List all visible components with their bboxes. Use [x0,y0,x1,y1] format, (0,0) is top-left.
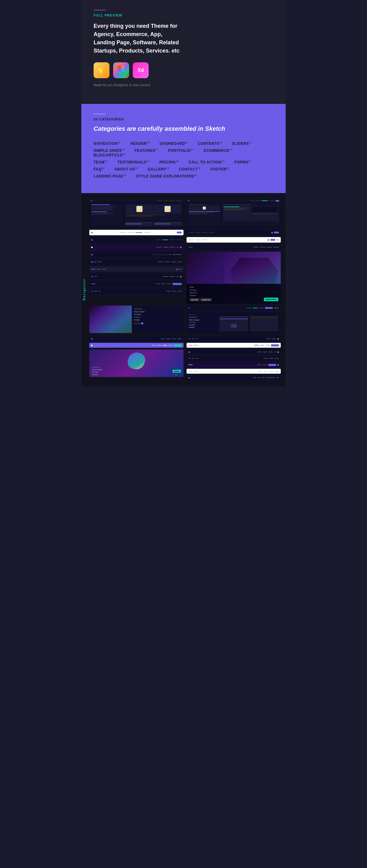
price-accent-2 [154,224,171,224]
cat-forms[interactable]: FORMS21 [234,160,251,164]
n6r1-l2 [259,308,264,308]
menu-item-contacts: Contacts [190,289,278,291]
cat-contents[interactable]: CONTENTS22 [198,141,222,146]
cat-blog-article[interactable]: BLOG/ARTICLE18 [93,153,126,157]
cat-faq[interactable]: FAQ06 [93,167,105,172]
en-menu-panel: Introducing Help & Support The Team Cont… [132,306,184,333]
navlast-b4-white [187,369,281,374]
cat-testimonials[interactable]: TESTIMONIALS24 [117,160,149,164]
n6r-col3-l3 [250,319,278,319]
cat-team[interactable]: TEAM25 [93,160,108,164]
cat-row-5: LANDING PAGE20 STYLE GUIDE EXPLORATIONS0… [93,174,274,179]
cat-dashboard[interactable]: DASHBOARD24 [160,141,188,146]
cat-portfolio[interactable]: PORTFOLIO17 [168,148,194,153]
cat-pricing[interactable]: PRICING20 [159,160,178,164]
price-line-2 [154,222,182,223]
nav-bar-violet-4 [89,244,184,250]
nav-row-3 [89,237,281,243]
cat-gallery[interactable]: GALLERY13 [148,167,169,172]
cr-team: The Team [92,371,102,373]
cat-sliders[interactable]: SLIDERS17 [232,141,252,146]
cat-navigation[interactable]: NAVIGATION32 [93,141,120,146]
nb5f-l4 [172,291,176,291]
made-for-label: Made for pro designers & new comers [93,83,274,87]
nav7l-b1 [89,336,184,341]
line3 [169,200,175,201]
cat-row-4: FAQ06 ABOUT US10 GALLERY13 CONTACT20 FOO… [93,167,274,172]
n6r-team: The Team [189,321,218,323]
sidebar-line-3 [91,207,113,208]
en-portfolio: Protfolio [134,319,181,321]
n7l2-l4 [168,345,172,346]
nb-l4 [143,232,150,233]
cr-dot-2 [173,374,175,375]
n7r2-l1 [189,345,193,346]
prod-line-2 [126,216,153,216]
r2b-line-2 [241,205,251,205]
navlast-b3-violet [187,362,281,367]
r2-img [203,207,206,210]
n7l1-l2 [166,339,171,339]
nb5d-l5 [176,276,179,277]
en-nav-arrows: ‹ › ▶ [134,322,181,324]
nb3w-l3 [202,240,207,240]
categories-title: Categories are carefully assembled in Sk… [93,125,274,133]
n7r1-l1 [189,339,191,339]
nb3-dot [91,239,93,241]
nl4-l5 [269,371,274,372]
crystal-panel: Introducing Help & Support The Team Cont… [89,349,184,377]
cat-footer[interactable]: FOOTER31 [210,167,230,172]
en-introducing: Introducing [134,308,181,310]
expanded-nav-panel: Introducing Help & Support The Team Cont… [89,306,184,333]
nb5e-btn [172,283,182,285]
nl4-l2 [194,371,198,372]
r2-line-3 [189,214,207,214]
discovery-btn[interactable]: DISCOVERY [264,298,278,301]
nav6r-intro-panel: Introducing Help & Support The Team Cont… [187,312,281,334]
nl4-l1 [189,371,193,372]
cat-simple-grids[interactable]: SIMPLE GRIDS14 [93,148,125,153]
nb5e-l3 [162,283,166,284]
line2 [164,200,168,201]
cat-ecommerce[interactable]: ECOMMERCE19 [204,148,232,153]
cat-about-us[interactable]: ABOUT US10 [114,167,138,172]
xd-icon: Xd [133,62,149,78]
svg-rect-10 [117,71,121,75]
nb5f-l5 [177,291,182,291]
nb4-l1 [156,247,162,247]
explore-label[interactable]: Explore [172,370,181,373]
nl1-l1 [257,352,261,352]
nl1-avatar [277,351,279,353]
nl1-dot [189,351,190,353]
n6r-col2-l1 [219,316,248,317]
arrow-prev[interactable]: ‹ [134,322,137,324]
cat-landing-page[interactable]: LANDING PAGE20 [93,174,126,179]
nl5-l1 [253,377,256,378]
nl2-l6 [275,358,279,359]
sidebar-line-6 [91,213,113,213]
nb5c-l3 [102,269,107,270]
nav-row-7 [89,336,281,348]
nb5e-l1 [91,283,95,284]
cat-style-guide[interactable]: STYLE GUIDE EXPLORATIONS03 [136,174,197,179]
cat-contact[interactable]: CONTACT20 [179,167,201,172]
r2b-l3 [224,210,242,210]
nl3-l2 [257,365,261,365]
cat-header[interactable]: HEADER43 [130,141,150,146]
prod-line-1 [126,215,165,215]
arrow-next[interactable]: › [138,322,140,324]
nb2-btn [274,231,279,234]
r2b-l1 [224,208,250,208]
navlast-b2 [187,356,281,361]
cr-dot-1 [171,374,172,375]
cat-call-to-action[interactable]: CALL TO ACTION24 [189,160,224,164]
sidebar-line-1 [91,205,110,205]
n6r-top-line [189,314,195,315]
arrow-play[interactable]: ▶ [141,322,143,324]
cat-features[interactable]: FEATURES41 [135,148,159,153]
n7r1-l2 [192,339,195,339]
n7r1-l3 [196,339,198,339]
nav-section-label: Navigation [83,279,86,300]
nb-btn [177,231,182,234]
n6r-col3-box [250,320,278,332]
